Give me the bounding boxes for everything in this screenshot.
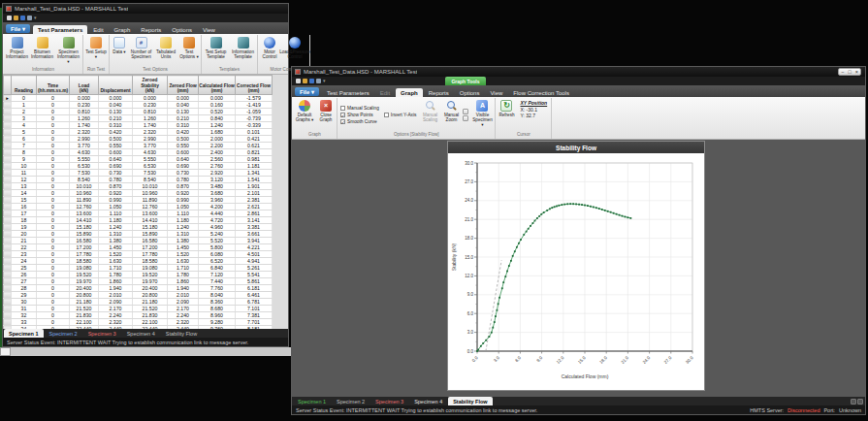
tab-reports[interactable]: Reports <box>424 88 454 97</box>
row-header-cell[interactable] <box>4 258 12 265</box>
cell[interactable]: 0 <box>37 306 70 312</box>
table-row[interactable]: 401.7400.3101.7400.3101.240-0.339 <box>4 122 273 129</box>
row-header-cell[interactable] <box>4 129 12 136</box>
cell[interactable]: 2.090 <box>168 299 199 306</box>
table-row[interactable]: 19015.1801.24015.1801.2404.9603.381 <box>4 224 273 231</box>
column-header-reading[interactable]: Reading <box>12 76 37 95</box>
left-titlebar[interactable]: Marshall_Test_Data.HSD - MARSHALL Test <box>3 4 288 14</box>
cell[interactable]: 31 <box>12 306 37 312</box>
row-header-cell[interactable] <box>4 244 12 251</box>
cell[interactable]: 25 <box>12 265 37 272</box>
table-row[interactable]: 1006.5300.6906.5300.6902.7601.181 <box>4 163 273 170</box>
cell[interactable]: 0.990 <box>168 197 199 204</box>
cell[interactable]: 21.520 <box>133 306 168 312</box>
cell[interactable]: 2.200 <box>199 143 236 149</box>
cell[interactable]: 18.580 <box>70 258 99 265</box>
cell[interactable]: 5.261 <box>236 265 273 272</box>
qat-dropdown-icon[interactable]: ▾ <box>34 16 37 20</box>
cell[interactable]: 2.000 <box>199 136 236 143</box>
cell[interactable]: 0.990 <box>99 197 133 204</box>
cell[interactable]: 8.960 <box>199 312 236 319</box>
cell[interactable]: 0.000 <box>133 95 168 102</box>
row-header-cell[interactable] <box>4 238 12 244</box>
cell[interactable]: 0.870 <box>99 183 133 190</box>
cell[interactable]: 7.760 <box>199 285 236 292</box>
cell[interactable]: 0 <box>37 95 70 102</box>
table-row[interactable]: 502.3200.4202.3200.4201.6800.101 <box>4 129 273 136</box>
test-setup-button[interactable]: Test Setup ▾ <box>84 36 108 66</box>
bottom-tab-stability-flow[interactable]: Stability Flow <box>448 397 492 405</box>
cell[interactable]: 0 <box>37 231 70 238</box>
row-header-cell[interactable] <box>4 177 12 183</box>
cell[interactable]: 19.970 <box>133 278 168 285</box>
stability-flow-chart[interactable]: 0.03.06.09.012.015.018.021.024.027.030.0… <box>448 153 704 394</box>
cell[interactable]: 2.400 <box>199 149 236 156</box>
cell[interactable]: -1.419 <box>236 102 273 109</box>
row-header-cell[interactable] <box>4 163 12 170</box>
cell[interactable]: 2.010 <box>168 292 199 299</box>
table-row[interactable]: 301.2600.2101.2600.2100.840-0.739 <box>4 115 273 122</box>
new-file-icon[interactable] <box>7 16 12 20</box>
cell[interactable]: 12.760 <box>133 204 168 210</box>
motor-control-button[interactable]: Motor Control <box>259 36 280 66</box>
cell[interactable]: 20.400 <box>133 285 168 292</box>
table-row[interactable]: 602.9900.5002.9900.5002.0000.421 <box>4 136 273 143</box>
tab-edit[interactable]: Edit <box>88 25 108 34</box>
table-row[interactable]: 1208.5400.7808.5400.7803.1201.541 <box>4 177 273 183</box>
cell[interactable]: 30 <box>12 299 37 306</box>
cell[interactable]: 32 <box>12 312 37 319</box>
tab-edit[interactable]: Edit <box>375 88 395 97</box>
cell[interactable]: 2.381 <box>236 197 273 204</box>
cell[interactable]: 10.010 <box>133 183 168 190</box>
new-file-icon[interactable] <box>296 79 301 83</box>
cell[interactable]: 13.600 <box>133 210 168 217</box>
cell[interactable]: 14 <box>12 190 37 197</box>
column-header-calculated-flow[interactable]: Calculated Flow(mm) <box>199 76 236 95</box>
cell[interactable]: 0.420 <box>99 129 133 136</box>
save-icon[interactable] <box>20 16 25 20</box>
cell[interactable]: 0.000 <box>70 95 99 102</box>
row-header-cell[interactable] <box>4 183 12 190</box>
cell[interactable]: 21 <box>12 238 37 244</box>
cell[interactable]: 7.530 <box>133 170 168 177</box>
cell[interactable]: 0 <box>37 190 70 197</box>
cell[interactable]: 2.990 <box>133 136 168 143</box>
open-file-icon[interactable] <box>14 16 18 20</box>
cell[interactable]: 0 <box>37 312 70 319</box>
cell[interactable]: 4.440 <box>199 210 236 217</box>
cell[interactable]: 14.410 <box>70 217 99 224</box>
refresh-button[interactable]: ↻Refresh <box>497 99 516 131</box>
cell[interactable]: 20.400 <box>70 285 99 292</box>
cell[interactable]: 33 <box>12 319 37 326</box>
cell[interactable]: 16 <box>12 204 37 210</box>
cell[interactable]: 0.000 <box>168 95 199 102</box>
print-icon[interactable] <box>316 79 321 83</box>
project-information-button[interactable]: Project Information <box>5 36 29 66</box>
row-header-cell[interactable] <box>4 231 12 238</box>
cell[interactable]: 0.600 <box>99 149 133 156</box>
cell[interactable]: 7 <box>12 143 37 149</box>
cell[interactable]: 15.180 <box>70 224 99 231</box>
cell[interactable]: 29 <box>12 292 37 299</box>
cell[interactable]: 1.260 <box>133 115 168 122</box>
cell[interactable]: 21.180 <box>70 299 99 306</box>
cell[interactable]: 1.740 <box>133 122 168 129</box>
cell[interactable]: 1.860 <box>168 278 199 285</box>
cell[interactable]: 1.860 <box>99 278 133 285</box>
number-of-specimen-button[interactable]: #Number of Specimen <box>129 36 153 66</box>
cell[interactable]: 13 <box>12 183 37 190</box>
cell[interactable]: 1.520 <box>168 251 199 258</box>
row-header-cell[interactable]: ▸ <box>4 95 12 102</box>
cell[interactable]: 26 <box>12 272 37 278</box>
cell[interactable]: 5.800 <box>199 244 236 251</box>
row-header-cell[interactable] <box>4 122 12 129</box>
cell[interactable]: 0.000 <box>199 95 236 102</box>
cell[interactable]: 1.050 <box>99 204 133 210</box>
open-file-icon[interactable] <box>303 79 307 83</box>
cell[interactable]: 0.210 <box>99 115 133 122</box>
data-button[interactable]: Data ▾ <box>111 36 128 66</box>
table-row[interactable]: 30021.1802.09021.1802.0908.3606.781 <box>4 299 273 306</box>
cell[interactable]: 1.450 <box>99 244 133 251</box>
table-corner-cell[interactable] <box>4 76 12 95</box>
cell[interactable]: 27 <box>12 278 37 285</box>
